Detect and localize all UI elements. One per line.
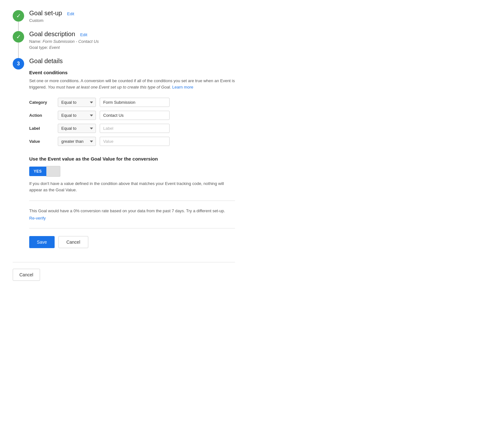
cancel-inline-button[interactable]: Cancel (58, 236, 88, 248)
checkmark-icon-1: ✓ (16, 12, 21, 19)
label-select[interactable]: Equal to Begins with Regular expression (58, 124, 96, 133)
toggle-yes-button[interactable]: YES (29, 167, 46, 176)
step1-header: Goal set-up Edit (29, 10, 235, 17)
learn-more-link[interactable]: Learn more (172, 85, 193, 89)
bottom-section: Cancel (13, 262, 235, 281)
action-select[interactable]: Equal to Begins with Regular expression (58, 111, 96, 120)
category-input[interactable] (100, 98, 170, 107)
re-verify-link[interactable]: Re-verify (29, 216, 235, 221)
condition-label-value: Value (29, 139, 58, 144)
step2-type-meta: Goal type: Event (29, 45, 235, 50)
goal-type-label: Goal type: (29, 45, 48, 50)
condition-label-category: Category (29, 100, 58, 105)
step2-title: Goal description (29, 30, 75, 38)
step3-indicator: 3 (13, 58, 24, 69)
divider-2 (29, 228, 235, 228)
step3-number: 3 (17, 61, 20, 67)
condition-row-value: Value greater than equal to less than (29, 137, 235, 146)
goal-value-note: If you don't have a value defined in the… (29, 181, 226, 193)
step2-header: Goal description Edit (29, 30, 235, 38)
action-buttons: Save Cancel (29, 236, 235, 248)
event-conditions-italic-note: You must have at least one Event set up … (48, 85, 171, 89)
value-input[interactable] (100, 137, 170, 146)
event-conditions-desc: Set one or more conditions. A conversion… (29, 78, 235, 90)
event-conditions-title: Event conditions (29, 70, 235, 75)
step2-name-meta: Name: Form Submission - Contact Us (29, 39, 235, 44)
action-input[interactable] (100, 111, 170, 120)
condition-label-label: Label (29, 126, 58, 131)
step2-indicator: ✓ (13, 31, 24, 43)
step2-edit-link[interactable]: Edit (80, 32, 87, 37)
step1-subtitle: Custom (29, 18, 235, 23)
checkmark-icon-2: ✓ (16, 33, 21, 40)
condition-row-label: Label Equal to Begins with Regular expre… (29, 124, 235, 133)
category-select[interactable]: Equal to Begins with Regular expression (58, 98, 96, 107)
save-button[interactable]: Save (29, 236, 55, 248)
step2-section: ✓ Goal description Edit Name: Form Submi… (13, 30, 235, 50)
step3-title: Goal details (29, 57, 235, 65)
condition-row-category: Category Equal to Begins with Regular ex… (29, 98, 235, 107)
label-input[interactable] (100, 124, 170, 133)
divider-1 (29, 201, 235, 201)
step2-content: Goal description Edit Name: Form Submiss… (29, 30, 235, 50)
toggle-container: YES (29, 166, 235, 177)
step3-content: Goal details Event conditions Set one or… (29, 57, 235, 254)
goal-value-section: Use the Event value as the Goal Value fo… (29, 156, 235, 193)
step1-section: ✓ Goal set-up Edit Custom (13, 10, 235, 23)
goal-value-title: Use the Event value as the Goal Value fo… (29, 156, 235, 161)
conversion-info: This Goal would have a 0% conversion rat… (29, 208, 235, 213)
step1-edit-link[interactable]: Edit (67, 11, 74, 16)
name-value: Form Submission - Contact Us (43, 39, 99, 44)
conditions-table: Category Equal to Begins with Regular ex… (29, 98, 235, 146)
toggle-slider[interactable] (46, 166, 60, 177)
condition-row-action: Action Equal to Begins with Regular expr… (29, 111, 235, 120)
step3-section: 3 Goal details Event conditions Set one … (13, 57, 235, 254)
value-select[interactable]: greater than equal to less than (58, 137, 96, 146)
name-label: Name: (29, 39, 41, 44)
condition-label-action: Action (29, 113, 58, 118)
step1-indicator: ✓ (13, 10, 24, 22)
goal-type-value: Event (49, 45, 60, 50)
step1-title: Goal set-up (29, 10, 62, 17)
cancel-bottom-button[interactable]: Cancel (13, 269, 40, 281)
event-conditions-block: Event conditions Set one or more conditi… (29, 70, 235, 146)
step1-content: Goal set-up Edit Custom (29, 10, 235, 23)
